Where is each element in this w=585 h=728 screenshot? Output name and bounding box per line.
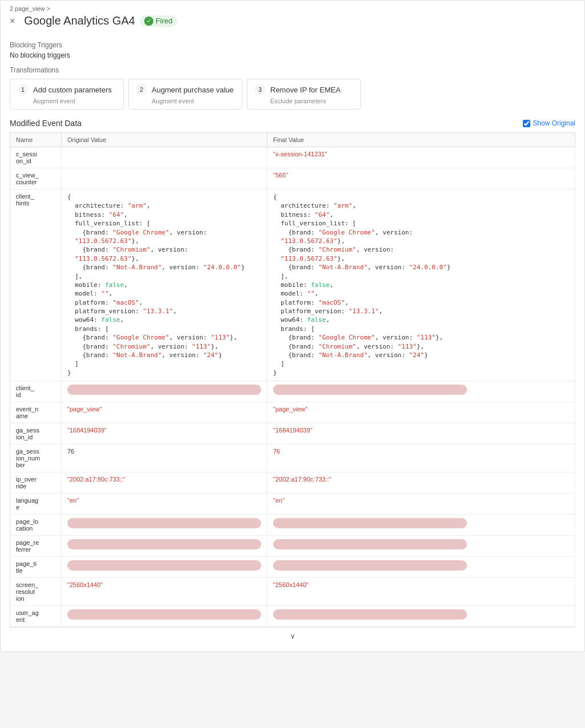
row-original: "page_view" bbox=[62, 402, 267, 423]
expand-icon: ∨ bbox=[290, 632, 295, 640]
row-name: client_id bbox=[10, 381, 62, 402]
table-row: client_id bbox=[10, 381, 575, 402]
breadcrumb-text: 2 page_view > bbox=[10, 5, 50, 12]
transform-num-title-3: 3 Remove IP for EMEA bbox=[254, 84, 354, 95]
row-final-blurred bbox=[267, 515, 575, 536]
blurred-bar-final bbox=[273, 385, 467, 395]
row-name: user_agent bbox=[10, 606, 62, 627]
transform-sub-2: Augment event bbox=[152, 98, 235, 104]
transform-num-1: 1 bbox=[17, 84, 29, 95]
show-original-text: Show Original bbox=[533, 119, 575, 127]
col-header-original: Original Value bbox=[62, 133, 267, 147]
table-row: page_title bbox=[10, 557, 575, 578]
row-name: screen_resolution bbox=[10, 578, 62, 606]
row-original: "1684194039" bbox=[62, 423, 267, 444]
row-final-blurred bbox=[267, 557, 575, 578]
transform-card-1: 1 Add custom parameters Augment event bbox=[10, 79, 124, 110]
blurred-bar-page-loc-orig bbox=[67, 518, 261, 528]
row-final: "2002:a17:90c:733::" bbox=[267, 472, 575, 494]
client-hints-final-code: { architecture: "arm", bitness: "64", fu… bbox=[273, 193, 569, 377]
row-name: ga_session_id bbox=[10, 423, 62, 444]
table-row: c_session_id "x-session-141231" bbox=[10, 147, 575, 168]
col-header-final: Final Value bbox=[267, 133, 575, 147]
row-original bbox=[62, 168, 267, 189]
transform-title-1: Add custom parameters bbox=[33, 86, 112, 94]
table-row: c_view_counter "565" bbox=[10, 168, 575, 189]
row-original-blurred bbox=[62, 536, 267, 557]
transform-num-2: 2 bbox=[136, 84, 147, 95]
row-original-code: { architecture: "arm", bitness: "64", fu… bbox=[62, 189, 267, 381]
content-area: Blocking Triggers No blocking triggers T… bbox=[1, 27, 584, 652]
close-button[interactable]: × bbox=[10, 16, 15, 26]
event-data-table: Name Original Value Final Value c_sessio… bbox=[10, 132, 575, 627]
table-row: page_location bbox=[10, 515, 575, 536]
row-final: "565" bbox=[267, 168, 575, 189]
modified-event-title: Modified Event Data bbox=[10, 119, 82, 128]
row-original: 76 bbox=[62, 444, 267, 472]
row-original-blurred bbox=[62, 606, 267, 627]
transform-num-title-1: 1 Add custom parameters bbox=[17, 84, 116, 95]
row-final: "2560x1440" bbox=[267, 578, 575, 606]
table-row: client_hints { architecture: "arm", bitn… bbox=[10, 189, 575, 381]
row-name: client_hints bbox=[10, 189, 62, 381]
row-final-blurred bbox=[267, 536, 575, 557]
transform-title-2: Augment purchase value bbox=[152, 86, 234, 94]
main-panel: 2 page_view > × Google Analytics GA4 ✓ F… bbox=[0, 0, 585, 652]
fired-label: Fired bbox=[156, 17, 173, 25]
header-area: 2 page_view > × Google Analytics GA4 ✓ F… bbox=[1, 1, 584, 27]
row-original bbox=[62, 147, 267, 168]
table-row: language "en" "en" bbox=[10, 494, 575, 515]
table-row: ip_override "2002:a17:90c:733::" "2002:a… bbox=[10, 472, 575, 494]
row-final: "x-session-141231" bbox=[267, 147, 575, 168]
table-row: event_name "page_view" "page_view" bbox=[10, 402, 575, 423]
title-row: × Google Analytics GA4 ✓ Fired bbox=[10, 14, 575, 27]
transformations-label: Transformations bbox=[10, 66, 575, 74]
row-original: "2002:a17:90c:733::" bbox=[62, 472, 267, 494]
client-hints-original-code: { architecture: "arm", bitness: "64", fu… bbox=[67, 193, 261, 377]
blocking-triggers-label: Blocking Triggers bbox=[10, 41, 575, 49]
transform-num-3: 3 bbox=[254, 84, 266, 95]
row-final-blurred bbox=[267, 381, 575, 402]
blurred-bar-page-title-orig bbox=[67, 560, 261, 571]
col-header-name: Name bbox=[10, 133, 62, 147]
row-name: c_view_counter bbox=[10, 168, 62, 189]
fired-check-icon: ✓ bbox=[144, 17, 153, 26]
transform-title-3: Remove IP for EMEA bbox=[270, 86, 340, 94]
show-original-checkbox[interactable] bbox=[523, 120, 530, 127]
row-final-blurred bbox=[267, 606, 575, 627]
show-original-label[interactable]: Show Original bbox=[523, 119, 575, 127]
blurred-bar-original bbox=[67, 385, 261, 395]
row-name: c_session_id bbox=[10, 147, 62, 168]
row-name: event_name bbox=[10, 402, 62, 423]
blurred-bar-user-agent-final bbox=[273, 609, 467, 620]
row-name: ip_override bbox=[10, 472, 62, 494]
row-original-blurred bbox=[62, 515, 267, 536]
table-row: ga_session_id "1684194039" "1684194039" bbox=[10, 423, 575, 444]
row-final: "en" bbox=[267, 494, 575, 515]
table-header-row: Name Original Value Final Value bbox=[10, 133, 575, 147]
row-final: "1684194039" bbox=[267, 423, 575, 444]
row-original-blurred bbox=[62, 381, 267, 402]
row-original-blurred bbox=[62, 557, 267, 578]
blurred-bar-page-ref-orig bbox=[67, 539, 261, 549]
transform-num-title-2: 2 Augment purchase value bbox=[136, 84, 235, 95]
breadcrumb: 2 page_view > bbox=[10, 5, 575, 12]
transform-sub-3: Exclude parameters bbox=[270, 98, 354, 104]
table-row: user_agent bbox=[10, 606, 575, 627]
blurred-bar-page-title-final bbox=[273, 560, 467, 571]
row-name: page_title bbox=[10, 557, 62, 578]
expand-button[interactable]: ∨ bbox=[10, 627, 575, 645]
row-final: "page_view" bbox=[267, 402, 575, 423]
blurred-bar-page-ref-final bbox=[273, 539, 467, 549]
transform-card-2: 2 Augment purchase value Augment event bbox=[128, 79, 242, 110]
blurred-bar-user-agent-orig bbox=[67, 609, 261, 620]
blurred-bar-page-loc-final bbox=[273, 518, 467, 528]
transform-card-3: 3 Remove IP for EMEA Exclude parameters bbox=[247, 79, 361, 110]
row-name: page_location bbox=[10, 515, 62, 536]
row-name: page_referrer bbox=[10, 536, 62, 557]
row-name: language bbox=[10, 494, 62, 515]
transformations-row: 1 Add custom parameters Augment event 2 … bbox=[10, 79, 575, 110]
no-blocking-triggers: No blocking triggers bbox=[10, 51, 575, 59]
table-row: ga_session_number 76 76 bbox=[10, 444, 575, 472]
row-name: ga_session_number bbox=[10, 444, 62, 472]
